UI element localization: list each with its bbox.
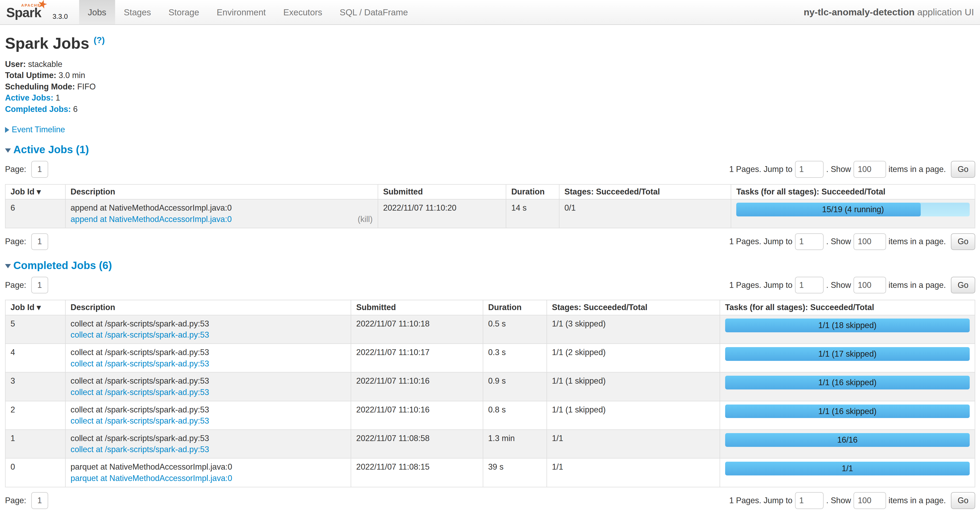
go-button[interactable]: Go [951, 233, 975, 250]
kill-link[interactable]: (kill) [358, 214, 372, 225]
column-header[interactable]: Tasks (for all stages): Succeeded/Total [731, 184, 975, 200]
summary-label[interactable]: Completed Jobs: [5, 105, 71, 114]
job-tasks-cell: 15/19 (4 running) [731, 199, 975, 228]
items-per-page-input[interactable] [853, 277, 886, 294]
tasks-progress-label: 1/1 (16 skipped) [725, 376, 970, 389]
jump-to-page-input[interactable] [795, 161, 824, 178]
job-description-link[interactable]: collect at /spark-scripts/spark-ad.py:53 [71, 330, 209, 340]
jump-to-page-input[interactable] [795, 492, 824, 509]
column-header[interactable]: Submitted [378, 184, 506, 200]
active-jobs-heading[interactable]: Active Jobs (1) [5, 144, 975, 156]
tasks-progress-label: 1/1 (17 skipped) [725, 347, 970, 361]
pagination-row: Page:1 Pages. Jump to. Showitems in a pa… [5, 233, 975, 250]
page-number-input[interactable] [31, 277, 48, 294]
help-link[interactable]: (?) [94, 35, 105, 45]
tab-stages[interactable]: Stages [115, 0, 160, 24]
tab-jobs[interactable]: Jobs [79, 0, 115, 24]
job-description-link[interactable]: append at NativeMethodAccessorImpl.java:… [71, 214, 232, 224]
page-label: Page: [5, 165, 26, 174]
items-per-page-input[interactable] [853, 492, 886, 509]
show-text: . Show [826, 280, 851, 290]
nav-tabs: JobsStagesStorageEnvironmentExecutorsSQL… [73, 0, 417, 24]
job-description-link[interactable]: collect at /spark-scripts/spark-ad.py:53 [71, 416, 209, 426]
job-description-cell: collect at /spark-scripts/spark-ad.py:53… [65, 372, 351, 401]
job-row: 5collect at /spark-scripts/spark-ad.py:5… [5, 315, 975, 344]
tasks-progress-bar: 1/1 (16 skipped) [725, 376, 970, 389]
go-button[interactable]: Go [951, 277, 975, 294]
go-button[interactable]: Go [951, 492, 975, 509]
tasks-progress-label: 1/1 (18 skipped) [725, 319, 970, 332]
tab-environment[interactable]: Environment [208, 0, 275, 24]
column-header[interactable]: Duration [483, 300, 547, 315]
pagination-left: Page: [5, 277, 48, 294]
job-row: 1collect at /spark-scripts/spark-ad.py:5… [5, 430, 975, 458]
job-description-text: append at NativeMethodAccessorImpl.java:… [71, 203, 372, 213]
go-button[interactable]: Go [951, 161, 975, 178]
job-description-cell: collect at /spark-scripts/spark-ad.py:53… [65, 430, 351, 458]
column-header[interactable]: Description [65, 184, 378, 200]
items-per-page-input[interactable] [853, 233, 886, 250]
spark-logo-mark: APACHE Spark ★ [5, 0, 50, 24]
column-header[interactable]: Tasks (for all stages): Succeeded/Total [720, 300, 975, 315]
column-header[interactable]: Job Id ▾ [5, 300, 65, 315]
table-header-row: Job Id ▾DescriptionSubmittedDurationStag… [5, 184, 975, 200]
tab-executors[interactable]: Executors [274, 0, 331, 24]
job-stages-cell: 1/1 [547, 430, 720, 458]
job-duration-cell: 1.3 min [483, 430, 547, 458]
job-submitted-cell: 2022/11/07 11:10:16 [351, 401, 483, 430]
job-id-cell: 5 [5, 315, 65, 344]
tasks-progress-bar: 1/1 (16 skipped) [725, 405, 970, 418]
job-id-cell: 2 [5, 401, 65, 430]
column-header[interactable]: Stages: Succeeded/Total [547, 300, 720, 315]
summary-label[interactable]: Active Jobs: [5, 93, 53, 102]
pagination-row: Page:1 Pages. Jump to. Showitems in a pa… [5, 161, 975, 178]
pages-count-text: 1 Pages. Jump to [729, 280, 792, 290]
job-tasks-cell: 1/1 (17 skipped) [720, 344, 975, 372]
job-description-sub: collect at /spark-scripts/spark-ad.py:53 [71, 444, 346, 455]
tab-sql-dataframe[interactable]: SQL / DataFrame [331, 0, 417, 24]
job-duration-cell: 0.9 s [483, 372, 547, 401]
jump-to-page-input[interactable] [795, 233, 824, 250]
job-description-link[interactable]: collect at /spark-scripts/spark-ad.py:53 [71, 445, 209, 454]
tab-storage[interactable]: Storage [160, 0, 208, 24]
spark-logo[interactable]: APACHE Spark ★ 3.3.0 [0, 0, 73, 24]
event-timeline-toggle[interactable]: Event Timeline [12, 125, 65, 134]
items-per-page-input[interactable] [853, 161, 886, 178]
pagination-left: Page: [5, 492, 48, 509]
application-title: ny-tlc-anomaly-detection application UI [804, 7, 980, 18]
summary-item: Scheduling Mode: FIFO [5, 81, 975, 93]
column-header[interactable]: Job Id ▾ [5, 184, 65, 200]
tasks-progress-bar: 1/1 (18 skipped) [725, 319, 970, 332]
column-header[interactable]: Submitted [351, 300, 483, 315]
page-label: Page: [5, 496, 26, 505]
page-label: Page: [5, 237, 26, 246]
job-description-sub: parquet at NativeMethodAccessorImpl.java… [71, 473, 346, 484]
column-header[interactable]: Description [65, 300, 351, 315]
page-number-input[interactable] [31, 161, 48, 178]
column-header[interactable]: Stages: Succeeded/Total [559, 184, 731, 200]
summary-value: 3.0 min [59, 71, 85, 80]
items-per-page-text: items in a page. [888, 165, 946, 174]
job-description-text: collect at /spark-scripts/spark-ad.py:53 [71, 376, 346, 386]
job-description-link[interactable]: collect at /spark-scripts/spark-ad.py:53 [71, 359, 209, 368]
job-description-link[interactable]: collect at /spark-scripts/spark-ad.py:53 [71, 388, 209, 397]
jump-to-page-input[interactable] [795, 277, 824, 294]
pagination-row: Page:1 Pages. Jump to. Showitems in a pa… [5, 277, 975, 294]
page-number-input[interactable] [31, 492, 48, 509]
job-description-sub: collect at /spark-scripts/spark-ad.py:53 [71, 359, 346, 369]
job-stages-cell: 1/1 (3 skipped) [547, 315, 720, 344]
job-submitted-cell: 2022/11/07 11:10:17 [351, 344, 483, 372]
items-per-page-text: items in a page. [888, 496, 946, 505]
table-header-row: Job Id ▾DescriptionSubmittedDurationStag… [5, 300, 975, 315]
job-row: 6append at NativeMethodAccessorImpl.java… [5, 199, 975, 228]
page-title-text: Spark Jobs [5, 35, 89, 52]
summary-value: FIFO [77, 82, 96, 91]
job-description-link[interactable]: parquet at NativeMethodAccessorImpl.java… [71, 473, 232, 483]
page-title: Spark Jobs (?) [5, 34, 975, 52]
job-description-cell: collect at /spark-scripts/spark-ad.py:53… [65, 315, 351, 344]
page-number-input[interactable] [31, 233, 48, 250]
page-label: Page: [5, 280, 26, 290]
completed-jobs-heading[interactable]: Completed Jobs (6) [5, 260, 975, 272]
job-id-cell: 6 [5, 199, 65, 228]
column-header[interactable]: Duration [506, 184, 559, 200]
